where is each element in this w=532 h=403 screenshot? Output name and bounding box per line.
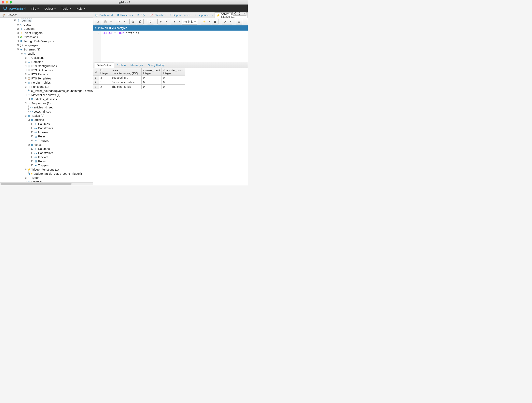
tree-casts[interactable]: +⊙Casts bbox=[0, 22, 93, 27]
tab-statistics[interactable]: 📈Statistics bbox=[148, 13, 167, 18]
tree-votes-triggers[interactable]: +➜Triggers bbox=[0, 163, 93, 167]
grid-corner[interactable]: ◢ bbox=[93, 68, 99, 76]
tree-trigger-functions[interactable]: −{⚡}Trigger Functions (1) bbox=[0, 167, 93, 171]
execute-button[interactable]: ⚡ bbox=[201, 19, 208, 25]
delete-button[interactable] bbox=[147, 19, 154, 25]
result-tab-query-history[interactable]: Query History bbox=[145, 63, 167, 68]
cell-name[interactable]: Boooooring... bbox=[110, 76, 141, 80]
column-header-upvotes-count[interactable]: upvotes_countinteger bbox=[141, 68, 161, 76]
find-dropdown[interactable] bbox=[122, 19, 126, 25]
copy-button[interactable] bbox=[129, 19, 136, 25]
tab-sql[interactable]: 🗎SQL bbox=[135, 13, 148, 18]
edit-dropdown[interactable] bbox=[164, 19, 167, 25]
result-tab-data-output[interactable]: Data Output bbox=[94, 63, 114, 68]
editor-content[interactable]: SELECT * FROM articles; bbox=[101, 31, 248, 62]
menu-tools[interactable]: Tools bbox=[59, 5, 74, 13]
data-output-grid[interactable]: ◢ idinteger namecharacter varying (255) … bbox=[93, 68, 248, 185]
column-header-downvotes-count[interactable]: downvotes_countinteger bbox=[161, 68, 185, 76]
tree-fts-configurations[interactable]: +📄FTS Configurations bbox=[0, 64, 93, 68]
tree-matview-articles-statistics[interactable]: +▥articles_statistics bbox=[0, 97, 93, 101]
tree-sequences[interactable]: −1..3Sequences (2) bbox=[0, 101, 93, 105]
tree-fts-templates[interactable]: +📋FTS Templates bbox=[0, 76, 93, 81]
edit-button[interactable] bbox=[157, 19, 164, 25]
tree-votes-rules[interactable]: +▤Rules bbox=[0, 159, 93, 163]
cell-id[interactable]: 1 bbox=[99, 80, 110, 85]
tab-properties[interactable]: ⚙Properties bbox=[115, 13, 135, 18]
cell-downvotes[interactable]: 0 bbox=[161, 85, 185, 89]
browser-horizontal-scrollbar[interactable] bbox=[0, 182, 93, 185]
tree-schemas[interactable]: −◆Schemas (1) bbox=[0, 47, 93, 51]
tree-votes-constraints[interactable]: +▸◂Constraints bbox=[0, 151, 93, 155]
tree-catalogs[interactable]: +◇Catalogs bbox=[0, 27, 93, 31]
download-button[interactable] bbox=[236, 19, 242, 25]
tab-close-button[interactable]: ✕ bbox=[242, 13, 247, 16]
paste-button[interactable] bbox=[137, 19, 144, 25]
clear-dropdown[interactable] bbox=[228, 19, 232, 25]
column-header-name[interactable]: namecharacter varying (255) bbox=[110, 68, 141, 76]
tree-articles-indexes[interactable]: +品Indexes bbox=[0, 130, 93, 134]
tree-fts-parsers[interactable]: +AaFTS Parsers bbox=[0, 72, 93, 76]
save-file-button[interactable] bbox=[102, 19, 109, 25]
cell-downvotes[interactable]: 0 bbox=[161, 80, 185, 85]
tree-fdw[interactable]: +🛢Foreign Data Wrappers bbox=[0, 39, 93, 43]
tree-foreign-tables[interactable]: +▦Foreign Tables bbox=[0, 81, 93, 85]
menu-object[interactable]: Object bbox=[42, 5, 58, 13]
tree-articles-columns[interactable]: +▯Columns bbox=[0, 122, 93, 126]
cell-upvotes[interactable]: 0 bbox=[141, 80, 161, 85]
cell-id[interactable]: 3 bbox=[99, 76, 110, 80]
tree-table-articles[interactable]: −▦articles bbox=[0, 118, 93, 122]
column-header-id[interactable]: idinteger bbox=[99, 68, 110, 76]
execute-dropdown[interactable] bbox=[207, 19, 211, 25]
tree-event-triggers[interactable]: +⚡Event Triggers bbox=[0, 31, 93, 35]
stop-button[interactable] bbox=[212, 19, 218, 25]
row-limit-select[interactable]: No limit bbox=[182, 19, 197, 25]
cell-upvotes[interactable]: 0 bbox=[141, 76, 161, 80]
sql-editor[interactable]: 1 SELECT * FROM articles; bbox=[93, 31, 248, 62]
tree-schema-public[interactable]: −◈public bbox=[0, 51, 93, 56]
tree-db-dummy[interactable]: − 🛢 dummy bbox=[0, 18, 93, 22]
tree-collations[interactable]: +A↓Collations bbox=[0, 56, 93, 60]
tab-dashboard[interactable]: 🕑Dashboard bbox=[93, 13, 115, 18]
window-minimize-button[interactable] bbox=[6, 1, 8, 4]
window-close-button[interactable] bbox=[2, 1, 4, 4]
tree-tables[interactable]: −▦Tables (2) bbox=[0, 113, 93, 118]
table-row[interactable]: 2 1 Super duper article 0 0 bbox=[93, 80, 185, 85]
tree-languages[interactable]: +💬Languages bbox=[0, 43, 93, 47]
tree-table-votes[interactable]: −▦votes bbox=[0, 143, 93, 147]
find-button[interactable] bbox=[116, 19, 122, 25]
save-file-dropdown[interactable] bbox=[109, 19, 112, 25]
tab-dependents[interactable]: ↻Dependents bbox=[192, 13, 215, 18]
menu-file[interactable]: File bbox=[29, 5, 42, 13]
tree-articles-rules[interactable]: +▤Rules bbox=[0, 134, 93, 139]
tree-seq-votes-id[interactable]: 1..3votes_id_seq bbox=[0, 109, 93, 113]
tree-types[interactable]: +▢Types bbox=[0, 176, 93, 180]
tab-prev-button[interactable]: ❮ bbox=[233, 13, 237, 16]
tree-articles-triggers[interactable]: +➜Triggers bbox=[0, 139, 93, 143]
tab-next-button[interactable]: ❯ bbox=[237, 13, 242, 16]
window-zoom-button[interactable] bbox=[10, 1, 12, 4]
menu-help[interactable]: Help bbox=[74, 5, 88, 13]
tree-materialized-views[interactable]: −▤Materialized Views (1) bbox=[0, 93, 93, 97]
cell-name[interactable]: Super duper article bbox=[110, 80, 141, 85]
tree-votes-indexes[interactable]: +品Indexes bbox=[0, 155, 93, 159]
tree-function-ci-lower-bounds[interactable]: {=}ci_lower_bounds(upvotes_count integer… bbox=[0, 89, 93, 93]
browser-tree-scroll[interactable]: − 🛢 dummy +⊙Casts +◇Catalogs +⚡Event Tri… bbox=[0, 18, 93, 182]
tree-trigger-fn-update-article-votes[interactable]: {⚡}update_article_votes_count_trigger() bbox=[0, 171, 93, 176]
tree-functions[interactable]: −{ }Functions (1) bbox=[0, 85, 93, 89]
filter-dropdown[interactable] bbox=[177, 19, 181, 25]
table-row[interactable]: 3 2 The other article 0 0 bbox=[93, 85, 185, 89]
tree-views[interactable]: −▥Views (1) bbox=[0, 180, 93, 182]
tree-fts-dictionaries[interactable]: +📖FTS Dictionaries bbox=[0, 68, 93, 72]
tree-votes-columns[interactable]: +▯Columns bbox=[0, 147, 93, 151]
tree-articles-constraints[interactable]: +▸◂Constraints bbox=[0, 126, 93, 130]
result-tab-explain[interactable]: Explain bbox=[114, 63, 128, 68]
tree-extensions[interactable]: +🧩Extensions bbox=[0, 35, 93, 39]
open-file-button[interactable] bbox=[95, 19, 101, 25]
filter-button[interactable] bbox=[171, 19, 178, 25]
tree-domains[interactable]: +⌂Domains bbox=[0, 60, 93, 64]
cell-upvotes[interactable]: 0 bbox=[141, 85, 161, 89]
cell-downvotes[interactable]: 0 bbox=[161, 76, 185, 80]
cell-id[interactable]: 2 bbox=[99, 85, 110, 89]
tree-seq-articles-id[interactable]: 1..3articles_id_seq bbox=[0, 105, 93, 109]
cell-name[interactable]: The other article bbox=[110, 85, 141, 89]
